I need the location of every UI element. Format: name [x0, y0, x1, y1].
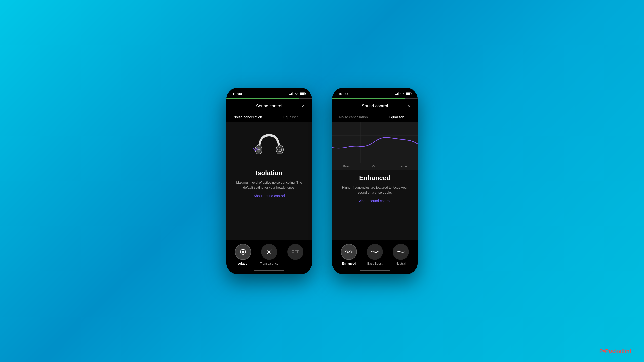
wifi-icon-right — [400, 92, 404, 95]
svg-point-15 — [242, 251, 244, 253]
transparency-circle[interactable] — [261, 244, 277, 260]
svg-rect-31 — [406, 93, 410, 95]
bass-wave-icon — [371, 249, 379, 254]
tab-equaliser-left[interactable]: Equaliser — [269, 112, 312, 122]
enhanced-wave-icon — [345, 249, 353, 254]
main-content-right: Enhanced Higher frequencies are featured… — [332, 170, 418, 240]
control-bass-boost: Bass Boost — [367, 244, 383, 265]
control-enhanced: Enhanced — [341, 244, 357, 265]
controls-row-left: Isolation — [226, 244, 312, 265]
tab-equaliser-right[interactable]: Equaliser — [375, 112, 418, 122]
svg-rect-27 — [397, 93, 398, 95]
scrollable-content-left: Isolation Maximum level of active noise … — [226, 122, 312, 274]
mode-title-left: Isolation — [256, 169, 283, 177]
app-header-right: Sound control × — [332, 99, 418, 112]
control-off: OFF OFF — [287, 244, 303, 265]
status-icons-left — [289, 92, 306, 95]
controls-row-right: Enhanced Bass Boost — [332, 244, 418, 265]
main-content-left: Isolation Maximum level of active noise … — [226, 122, 312, 240]
signal-icon-left — [289, 92, 293, 95]
app-title-right: Sound control — [362, 104, 388, 109]
home-bar-right — [360, 270, 390, 271]
app-title-left: Sound control — [256, 104, 283, 109]
battery-icon-right — [406, 92, 412, 95]
signal-icon-right — [395, 92, 399, 95]
pocketlint-dot: • — [603, 348, 605, 354]
home-indicator-right — [332, 268, 418, 274]
mode-title-right: Enhanced — [359, 174, 390, 182]
eq-chart — [332, 122, 418, 163]
enhanced-circle[interactable] — [341, 244, 357, 260]
off-label: OFF — [292, 262, 298, 265]
status-time-right: 10:00 — [338, 92, 348, 96]
mode-description-right: Higher frequencies are featured to focus… — [338, 185, 412, 195]
bass-boost-circle[interactable] — [367, 244, 383, 260]
neutral-circle[interactable] — [393, 244, 409, 260]
off-circle[interactable]: OFF — [287, 244, 303, 260]
svg-rect-6 — [300, 93, 305, 95]
control-isolation: Isolation — [235, 244, 251, 265]
isolation-label: Isolation — [237, 262, 249, 265]
svg-rect-25 — [395, 94, 396, 95]
control-transparency: Transparency — [260, 244, 278, 265]
neutral-wave-icon — [397, 249, 405, 254]
svg-rect-28 — [398, 92, 399, 95]
tabs-left: Noise cancellation Equaliser — [226, 112, 312, 122]
svg-line-23 — [271, 250, 271, 250]
home-indicator-left — [226, 268, 312, 274]
mode-description-left: Maximum level of active noise canceling.… — [232, 180, 306, 190]
home-bar-left — [254, 270, 284, 271]
headphones-svg-left — [249, 129, 289, 164]
wifi-icon-left — [295, 92, 299, 95]
svg-line-21 — [267, 250, 267, 250]
svg-point-11 — [279, 149, 281, 151]
neutral-label: Neutral — [396, 262, 406, 265]
status-bar-left: 10:00 — [226, 88, 312, 98]
eq-label-treble: Treble — [398, 165, 407, 168]
svg-rect-2 — [291, 93, 292, 95]
eq-label-bass: Bass — [343, 165, 350, 168]
svg-line-22 — [271, 253, 271, 254]
transparency-icon — [266, 248, 273, 255]
phones-container: 10:00 — [226, 88, 418, 274]
eq-labels: Bass Mid Treble — [332, 163, 418, 170]
transparency-label: Transparency — [260, 262, 278, 265]
controls-area-right: Enhanced Bass Boost — [332, 240, 418, 268]
svg-rect-1 — [290, 94, 291, 95]
svg-rect-12 — [277, 153, 282, 154]
svg-rect-26 — [396, 94, 397, 95]
tab-noise-cancellation-right[interactable]: Noise cancellation — [332, 112, 375, 122]
eq-curve-svg — [332, 122, 418, 163]
tabs-right: Noise cancellation Equaliser — [332, 112, 418, 122]
status-icons-right — [395, 92, 412, 95]
app-header-left: Sound control × — [226, 99, 312, 112]
control-neutral: Neutral — [393, 244, 409, 265]
svg-rect-3 — [292, 92, 293, 95]
pocketlint-logo: P•Pocketlint — [599, 348, 631, 354]
status-bar-right: 10:00 — [332, 88, 418, 98]
headphones-illustration-left — [249, 129, 289, 164]
phone-right: 10:00 — [332, 88, 418, 274]
eq-label-mid: Mid — [372, 165, 376, 168]
about-link-left[interactable]: About sound control — [254, 194, 285, 198]
bass-boost-label: Bass Boost — [367, 262, 383, 265]
battery-icon-left — [300, 92, 306, 95]
isolation-circle[interactable] — [235, 244, 251, 260]
controls-area-left: Isolation — [226, 240, 312, 268]
svg-rect-30 — [411, 93, 412, 94]
svg-point-16 — [268, 251, 270, 253]
phone-left: 10:00 — [226, 88, 312, 274]
svg-line-24 — [267, 253, 267, 254]
isolation-icon — [239, 248, 247, 255]
scrollable-content-right: Enhanced Higher frequencies are featured… — [332, 170, 418, 274]
enhanced-label: Enhanced — [342, 262, 356, 265]
svg-rect-5 — [305, 93, 306, 94]
close-button-right[interactable]: × — [405, 102, 413, 109]
about-link-right[interactable]: About sound control — [359, 199, 391, 203]
off-text: OFF — [291, 250, 299, 254]
tab-noise-cancellation-left[interactable]: Noise cancellation — [226, 112, 269, 122]
close-button-left[interactable]: × — [299, 102, 307, 109]
svg-rect-0 — [289, 94, 290, 95]
status-time-left: 10:00 — [232, 92, 242, 96]
